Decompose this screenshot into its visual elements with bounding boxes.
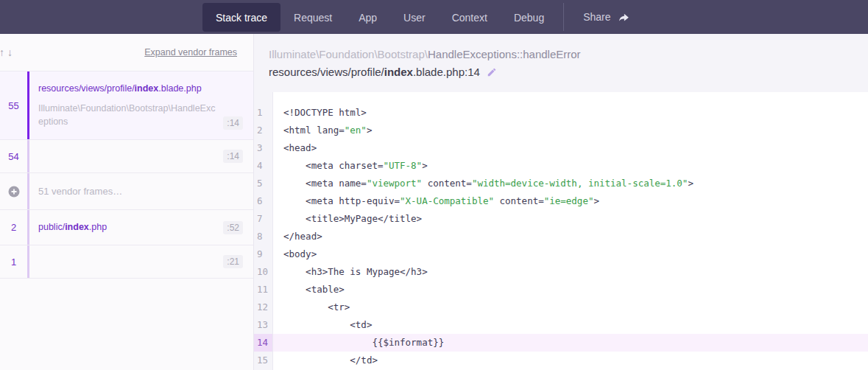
tab-debug[interactable]: Debug — [501, 3, 557, 32]
tab-context[interactable]: Context — [439, 3, 501, 32]
line-number-badge: :52 — [223, 221, 243, 234]
share-arrow-icon — [618, 12, 631, 23]
expand-plus-icon[interactable] — [0, 173, 27, 209]
line-number: 13 — [254, 316, 272, 334]
frame-number: 1 — [0, 245, 27, 278]
stack-frame-2[interactable]: 2public/index.php:52 — [0, 210, 253, 245]
share-button[interactable]: Share — [570, 11, 643, 23]
frame-file: public/index.php — [38, 221, 223, 233]
line-number: 14 — [254, 334, 272, 352]
code-line: <h3>The is Mypage</h3> — [273, 263, 868, 281]
line-number: 9 — [254, 245, 272, 263]
nav-divider — [563, 3, 564, 31]
code-line: <!DOCTYPE html> — [273, 104, 868, 122]
code-line: <meta name="viewport" content="width=dev… — [273, 175, 868, 192]
line-number: 7 — [254, 210, 272, 228]
sidebar-header: ↑ ↓ Expand vendor frames — [0, 34, 253, 71]
line-number-badge: :14 — [223, 116, 243, 130]
code-line: <tr> — [273, 299, 868, 316]
frame-class: Illuminate\Foundation\Bootstrap\HandleEx… — [38, 102, 223, 128]
frame-number: 2 — [0, 210, 27, 245]
line-number: 15 — [254, 352, 272, 369]
tab-request[interactable]: Request — [280, 3, 345, 32]
top-navbar: Stack traceRequestAppUserContextDebug Sh… — [0, 0, 868, 34]
code-line: <meta http-equiv="X-UA-Compatible" conte… — [273, 192, 868, 210]
exception-namespace: Illuminate\Foundation\Bootstrap\ — [269, 48, 428, 60]
frame-number: 54 — [0, 140, 27, 172]
frame-body: :14 — [29, 140, 253, 172]
line-number: 3 — [254, 139, 272, 157]
code-viewer: 123456789101112131415 <!DOCTYPE html><ht… — [254, 92, 868, 370]
stack-trace-sidebar: ↑ ↓ Expand vendor frames 55resources/vie… — [0, 34, 254, 370]
line-number: 10 — [254, 263, 272, 281]
sidebar-empty-area — [0, 279, 253, 370]
frame-body: resources/views/profile/index.blade.phpI… — [29, 71, 253, 139]
code-gutter: 123456789101112131415 — [254, 92, 273, 370]
line-number-badge: :21 — [223, 255, 243, 268]
next-frame-arrow-icon[interactable]: ↓ — [7, 46, 13, 58]
line-number: 8 — [254, 228, 272, 245]
frame-body: :21 — [29, 245, 253, 278]
prev-frame-arrow-icon[interactable]: ↑ — [0, 46, 4, 58]
line-number: 11 — [254, 281, 272, 299]
frame-body: public/index.php:52 — [29, 210, 253, 245]
code-line: <meta charset="UTF-8"> — [273, 157, 868, 175]
line-number: 2 — [254, 122, 272, 139]
frame-text: resources/views/profile/index.blade.phpI… — [38, 83, 223, 128]
frames-list: 55resources/views/profile/index.blade.ph… — [0, 71, 253, 279]
code-line: <table> — [273, 281, 868, 299]
file-path-text: resources/views/profile/index.blade.php:… — [269, 66, 480, 78]
share-button-label: Share — [583, 11, 610, 23]
line-number: 6 — [254, 192, 272, 210]
vendor-frames-toggle[interactable]: 51 vendor frames… — [0, 173, 253, 210]
code-line-highlighted: {{$informat}} — [273, 334, 868, 352]
frame-body: 51 vendor frames… — [29, 173, 253, 209]
vendor-frames-label: 51 vendor frames… — [38, 186, 243, 197]
code-line: </td> — [273, 352, 868, 369]
code-line: <title>MyPage</title> — [273, 210, 868, 228]
code-line: <head> — [273, 139, 868, 157]
exception-method-name: HandleExceptions::handleError — [428, 48, 581, 60]
code-line: <html lang="en"> — [273, 122, 868, 139]
line-number: 12 — [254, 299, 272, 316]
tab-user[interactable]: User — [390, 3, 439, 32]
stack-frame-1[interactable]: 1:21 — [0, 245, 253, 279]
code-line: <body> — [273, 245, 868, 263]
line-number: 1 — [254, 104, 272, 122]
stack-frame-54[interactable]: 54:14 — [0, 140, 253, 173]
expand-vendor-frames-link[interactable]: Expand vendor frames — [144, 47, 237, 57]
frame-header: Illuminate\Foundation\Bootstrap\HandleEx… — [254, 34, 868, 92]
nav-tabs: Stack traceRequestAppUserContextDebug — [202, 0, 557, 34]
code-line: <td> — [273, 316, 868, 334]
frame-text: public/index.php — [38, 221, 223, 233]
line-number-badge: :14 — [223, 150, 243, 163]
frame-number: 55 — [0, 71, 27, 139]
code-line: </head> — [273, 228, 868, 245]
line-number: 4 — [254, 157, 272, 175]
stack-frame-55[interactable]: 55resources/views/profile/index.blade.ph… — [0, 71, 253, 140]
frame-file: resources/views/profile/index.blade.php — [38, 83, 223, 94]
tab-app[interactable]: App — [345, 3, 390, 32]
frame-text: 51 vendor frames… — [38, 186, 243, 197]
line-number: 5 — [254, 175, 272, 192]
tab-stack-trace[interactable]: Stack trace — [202, 3, 280, 32]
code-lines: <!DOCTYPE html><html lang="en"><head> <m… — [273, 92, 868, 370]
edit-pencil-icon[interactable] — [487, 67, 497, 77]
main-panel: Illuminate\Foundation\Bootstrap\HandleEx… — [254, 34, 868, 370]
file-path: resources/views/profile/index.blade.php:… — [269, 66, 853, 78]
exception-method: Illuminate\Foundation\Bootstrap\HandleEx… — [269, 46, 853, 62]
